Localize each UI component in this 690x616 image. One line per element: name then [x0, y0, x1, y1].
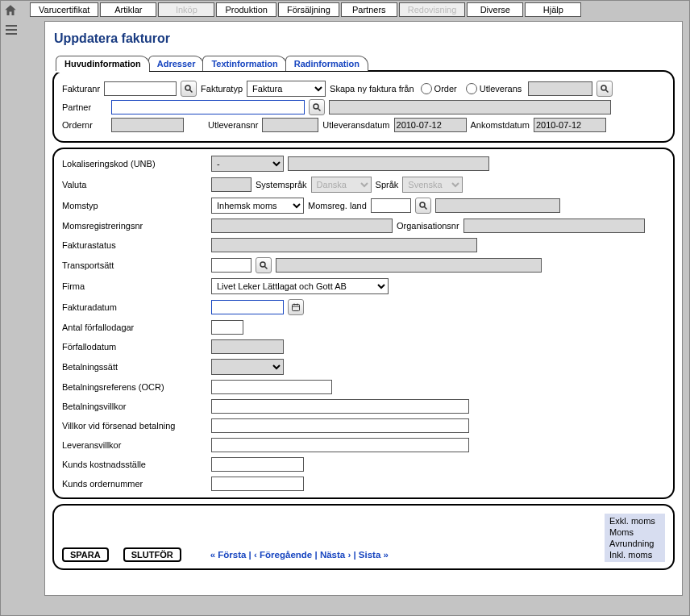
momstyp-select[interactable]: Inhemsk moms [211, 198, 304, 214]
betalningsref-label: Betalningsreferens (OCR) [62, 382, 211, 392]
exkl-moms-label: Exkl. moms [608, 515, 662, 527]
tab-huvudinformation[interactable]: Huvudinformation [56, 56, 150, 71]
villkor-forsenad-input[interactable] [211, 418, 469, 433]
momsreg-land-input[interactable] [371, 198, 411, 213]
fakturatyp-label: Fakturatyp [201, 84, 243, 94]
finish-button[interactable]: SLUTFÖR [123, 547, 181, 562]
panel-top: Fakturanr Fakturatyp Faktura Skapa ny fa… [52, 70, 675, 143]
svg-point-9 [420, 202, 425, 207]
avrundning-label: Avrundning [608, 538, 662, 549]
panel-footer: SPARA SLUTFÖR « Första | ‹ Föregående | … [52, 504, 675, 570]
menu-produktion[interactable]: Produktion [216, 2, 276, 17]
svg-line-8 [318, 109, 321, 111]
radio-utleverans[interactable] [466, 83, 477, 94]
fakturadatum-input[interactable] [211, 300, 284, 314]
villkor-forsenad-label: Villkor vid försenad betalning [62, 421, 211, 431]
panel-main: Lokaliseringskod (UNB) - Valuta Systemsp… [52, 148, 675, 499]
nav-next[interactable]: Nästa › [320, 550, 351, 560]
fakturanr-label: Fakturanr [62, 84, 100, 94]
partner-display [329, 100, 611, 114]
top-menubar: Varucertifikat Artiklar Inköp Produktion… [1, 1, 689, 18]
kunds-ordernr-input[interactable] [211, 477, 304, 491]
leveransvillkor-input[interactable] [211, 438, 469, 452]
svg-rect-13 [293, 305, 300, 311]
utleverans-input[interactable] [528, 81, 592, 96]
fakturanr-lookup-icon[interactable] [181, 81, 197, 97]
momstyp-label: Momstyp [62, 201, 211, 210]
momsreg-land-lookup-icon[interactable] [415, 198, 431, 214]
svg-rect-2 [6, 33, 17, 35]
kunds-kostnad-label: Kunds kostnadsställe [62, 460, 211, 469]
leveransvillkor-label: Leveransvillkor [62, 440, 211, 450]
ankomstdatum-label: Ankomstdatum [471, 120, 530, 130]
fakturadatum-label: Fakturadatum [62, 302, 211, 312]
nav-prev[interactable]: ‹ Föregående [254, 550, 312, 560]
momsreg-land-display [435, 198, 560, 213]
home-icon[interactable] [3, 3, 18, 18]
ordernr-label: Ordernr [62, 120, 107, 130]
tab-textinformation[interactable]: Textinformation [202, 56, 286, 71]
sprak-select: Svenska [402, 177, 463, 193]
tab-radinformation[interactable]: Radinformation [285, 56, 368, 71]
systemsprak-label: Systemspråk [256, 180, 307, 189]
ordernr-input [111, 118, 184, 132]
inkl-moms-label: Inkl. moms [608, 549, 662, 560]
firma-select[interactable]: Livet Leker Lättlagat och Gott AB [211, 278, 389, 294]
nav-first[interactable]: « Första [210, 550, 247, 560]
radio-order-label: Order [434, 84, 457, 94]
betalningsvillkor-input[interactable] [211, 399, 469, 414]
fakturastatus-label: Fakturastatus [62, 240, 211, 250]
svg-rect-1 [6, 29, 17, 31]
kunds-kostnad-input[interactable] [211, 457, 304, 472]
momsreg-land-label: Momsreg. land [308, 201, 367, 210]
calendar-icon[interactable] [288, 299, 304, 315]
lokaliseringskod-display [288, 156, 489, 171]
main-content: Uppdatera fakturor Huvudinformation Adre… [44, 21, 683, 596]
menu-diverse[interactable]: Diverse [467, 2, 523, 17]
page-title: Uppdatera fakturor [54, 31, 675, 46]
forfallodatum-input [211, 339, 284, 354]
sidebar-toggle-icon[interactable] [4, 23, 19, 37]
partner-input[interactable] [111, 100, 305, 114]
fakturatyp-select[interactable]: Faktura [247, 81, 326, 97]
menu-artiklar[interactable]: Artiklar [100, 2, 156, 17]
partner-lookup-icon[interactable] [309, 99, 325, 115]
svg-point-3 [185, 85, 190, 90]
betalningssatt-select[interactable] [211, 359, 284, 375]
radio-order[interactable] [421, 83, 432, 94]
valuta-label: Valuta [62, 180, 211, 189]
svg-point-7 [314, 104, 318, 109]
moms-label: Moms [608, 527, 662, 538]
kunds-ordernr-label: Kunds ordernummer [62, 479, 211, 489]
menu-redovisning: Redovisning [399, 2, 466, 17]
radio-utleverans-label: Utleverans [480, 84, 522, 94]
svg-line-12 [265, 267, 268, 269]
betalningsvillkor-label: Betalningsvillkor [62, 402, 211, 411]
momsregnr-input [211, 219, 393, 233]
fakturanr-input[interactable] [104, 81, 177, 96]
forfallodatum-label: Förfallodatum [62, 342, 211, 352]
lokaliseringskod-select[interactable]: - [211, 156, 284, 172]
nav-last[interactable]: Sista » [359, 550, 389, 560]
betalningsref-input[interactable] [211, 380, 332, 394]
menu-varucertifikat[interactable]: Varucertifikat [30, 2, 98, 17]
svg-rect-0 [6, 25, 17, 27]
utleverans-lookup-icon[interactable] [596, 81, 613, 97]
transportsatt-lookup-icon[interactable] [256, 257, 272, 273]
vat-summary: Exkl. moms Moms Avrundning Inkl. moms [605, 514, 665, 562]
utleveransnr-label: Utleveransnr [208, 120, 258, 130]
svg-line-6 [606, 90, 609, 93]
svg-point-11 [260, 262, 265, 267]
betalningssatt-label: Betalningssätt [62, 362, 211, 372]
antal-forfallodagar-input[interactable] [211, 320, 243, 335]
save-button[interactable]: SPARA [62, 547, 109, 562]
menu-forsaljning[interactable]: Försäljning [278, 2, 339, 17]
menu-hjalp[interactable]: Hjälp [525, 2, 581, 17]
transportsatt-input[interactable] [211, 258, 251, 273]
tab-adresser[interactable]: Adresser [148, 56, 205, 71]
menu-partners[interactable]: Partners [341, 2, 397, 17]
organisationsnr-label: Organisationsnr [397, 221, 459, 231]
utleveransdatum-label: Utleveransdatum [322, 120, 389, 130]
firma-label: Firma [62, 281, 211, 291]
menu-inkop: Inköp [158, 2, 214, 17]
